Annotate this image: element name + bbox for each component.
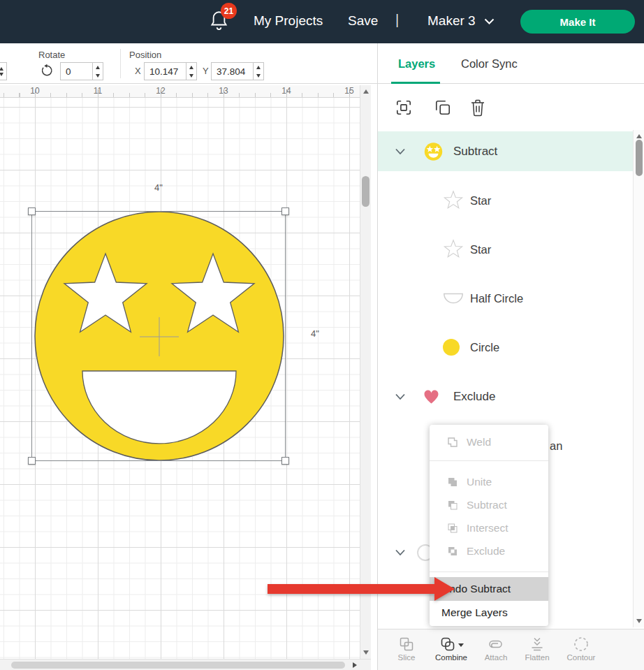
combine-caret-icon — [458, 643, 464, 647]
half-circle-outline-icon — [443, 292, 464, 305]
layer-actions-toolbar — [378, 84, 644, 130]
attach-icon — [488, 636, 504, 653]
contour-button[interactable]: Contour — [559, 629, 603, 670]
notification-badge: 21 — [221, 3, 237, 19]
combine-context-menu: Weld Unite Subtract Intersect Exclude — [430, 425, 548, 626]
rotate-field[interactable]: 0 — [60, 62, 103, 80]
flatten-button[interactable]: Flatten — [515, 629, 559, 670]
canvas-vertical-scrollbar[interactable] — [360, 85, 371, 659]
menu-divider — [430, 571, 548, 572]
scroll-down-button[interactable] — [360, 648, 372, 657]
rotate-label: Rotate — [38, 50, 65, 60]
x-position-field[interactable]: 10.147 — [144, 62, 197, 80]
attach-button[interactable]: Attach — [474, 629, 518, 670]
x-axis-label: X — [135, 66, 141, 76]
menu-item-intersect[interactable]: Intersect — [430, 516, 548, 539]
chevron-down-icon[interactable] — [395, 550, 405, 556]
menu-item-undo-subtract[interactable]: Undo Subtract — [430, 577, 548, 601]
y-position-field[interactable]: 37.804 — [211, 62, 264, 80]
layer-group-subtract[interactable]: Subtract — [378, 131, 633, 171]
vertical-scroll-thumb[interactable] — [362, 176, 369, 207]
contour-icon — [573, 636, 590, 653]
star-outline-icon — [443, 239, 464, 260]
y-position-stepper[interactable] — [253, 63, 263, 80]
machine-name: Maker 3 — [427, 13, 476, 29]
rotate-stepper[interactable] — [92, 63, 103, 80]
rotate-input[interactable]: 0 — [61, 63, 92, 80]
select-all-icon[interactable] — [395, 99, 413, 117]
save-link[interactable]: Save — [348, 13, 378, 29]
subtract-icon — [446, 499, 459, 511]
cricut-design-space-app: 21 My Projects Save | Maker 3 Make It Ro… — [0, 0, 644, 670]
layer-label: Subtract — [453, 145, 497, 159]
clipped-stepper[interactable] — [0, 62, 7, 80]
rotate-arrow-icon — [40, 64, 54, 78]
menu-divider — [430, 460, 548, 461]
ruler-minor-ticks — [0, 93, 360, 97]
selection-box[interactable] — [31, 211, 286, 461]
yellow-circle-icon — [443, 339, 460, 356]
selection-height-label: 4" — [311, 328, 319, 339]
panel-scroll-down-button[interactable] — [634, 616, 644, 626]
resize-handle-bottom-left[interactable] — [28, 457, 36, 465]
layer-label: Star — [470, 243, 491, 256]
make-it-button[interactable]: Make It — [520, 10, 635, 34]
y-axis-label: Y — [203, 66, 209, 76]
resize-handle-top-left[interactable] — [28, 207, 36, 215]
flatten-icon — [529, 636, 546, 653]
panel-divider — [377, 43, 378, 670]
layer-item-star-1[interactable]: Star — [378, 176, 633, 225]
menu-item-unite[interactable]: Unite — [430, 470, 548, 493]
layer-label: Exclude — [453, 390, 495, 404]
star-outline-icon — [443, 190, 464, 211]
layer-label: Circle — [470, 341, 499, 354]
horizontal-scroll-thumb[interactable] — [11, 662, 345, 669]
edit-toolbar: Rotate 0 Position X 10.147 Y 37.804 — [0, 43, 644, 84]
x-position-stepper[interactable] — [186, 63, 196, 80]
x-position-input[interactable]: 10.147 — [145, 63, 186, 80]
position-label: Position — [129, 50, 161, 60]
nav-separator: | — [395, 12, 399, 28]
layer-item-star-2[interactable]: Star — [378, 225, 633, 274]
scroll-up-button[interactable] — [360, 87, 372, 96]
layer-label: Star — [470, 194, 491, 207]
partially-hidden-layer-label: an — [550, 439, 562, 453]
menu-item-merge-layers[interactable]: Merge Layers — [430, 601, 548, 625]
canvas-horizontal-scrollbar[interactable] — [0, 659, 371, 670]
menu-item-subtract[interactable]: Subtract — [430, 493, 548, 516]
unite-icon — [446, 476, 459, 488]
layers-bottom-toolbar: Slice Combine Attach — [378, 629, 644, 670]
chevron-down-icon[interactable] — [395, 394, 405, 400]
active-tab-underline — [391, 82, 440, 84]
layer-item-half-circle[interactable]: Half Circle — [378, 274, 633, 323]
panel-scrollbar[interactable] — [633, 130, 644, 627]
combine-button[interactable]: Combine — [430, 629, 473, 670]
duplicate-icon[interactable] — [434, 99, 452, 117]
layer-item-circle[interactable]: Circle — [378, 323, 633, 372]
scroll-right-button[interactable] — [349, 660, 360, 670]
weld-icon — [446, 436, 459, 449]
layer-group-exclude[interactable]: Exclude — [378, 376, 633, 418]
resize-handle-bottom-right[interactable] — [281, 457, 289, 465]
slice-button[interactable]: Slice — [385, 629, 428, 670]
intersect-icon — [446, 522, 459, 534]
step-down-icon — [0, 73, 3, 76]
y-position-input[interactable]: 37.804 — [212, 63, 253, 80]
notifications-button[interactable]: 21 — [210, 9, 235, 36]
delete-trash-icon[interactable] — [469, 99, 487, 117]
tab-layers[interactable]: Layers — [398, 57, 435, 71]
star-struck-emoji-icon — [424, 142, 443, 161]
layer-label: Half Circle — [470, 292, 523, 305]
resize-handle-top-right[interactable] — [281, 207, 289, 215]
rotate-icon[interactable] — [39, 64, 54, 79]
heart-icon — [423, 388, 440, 406]
horizontal-ruler: 10 11 12 13 14 15 — [0, 85, 360, 98]
top-header: 21 My Projects Save | Maker 3 Make It — [0, 0, 644, 43]
menu-item-exclude[interactable]: Exclude — [430, 539, 548, 562]
my-projects-link[interactable]: My Projects — [254, 13, 323, 29]
menu-item-weld[interactable]: Weld — [430, 425, 548, 460]
panel-scroll-thumb[interactable] — [636, 140, 643, 176]
chevron-down-icon[interactable] — [395, 148, 405, 154]
tab-color-sync[interactable]: Color Sync — [461, 57, 518, 71]
machine-selector[interactable]: Maker 3 — [427, 13, 495, 29]
